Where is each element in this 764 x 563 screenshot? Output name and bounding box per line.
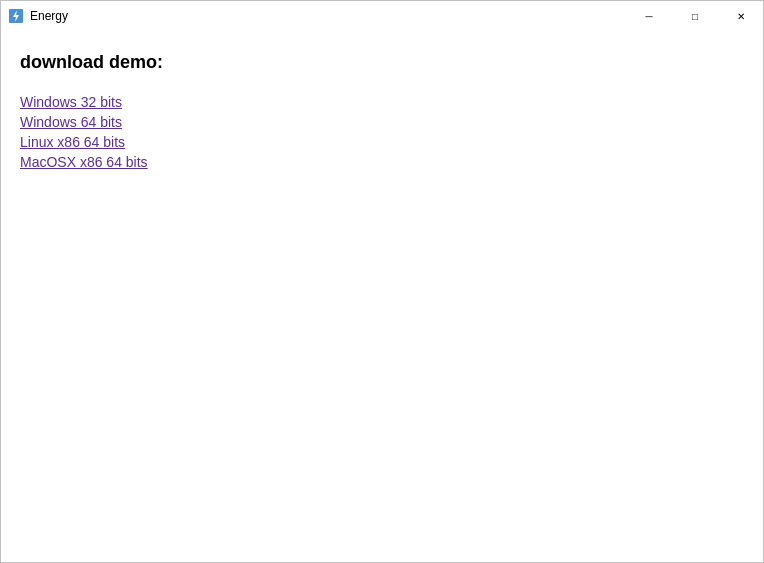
list-item: Windows 32 bits (20, 93, 744, 111)
download-heading: download demo: (20, 52, 744, 73)
list-item: MacOSX x86 64 bits (20, 153, 744, 171)
windows-32-link[interactable]: Windows 32 bits (20, 94, 122, 110)
list-item: Linux x86 64 bits (20, 133, 744, 151)
titlebar-controls: ─ □ ✕ (626, 0, 764, 32)
maximize-button[interactable]: □ (672, 0, 718, 32)
list-item: Windows 64 bits (20, 113, 744, 131)
close-button[interactable]: ✕ (718, 0, 764, 32)
macosx-x86-64-link[interactable]: MacOSX x86 64 bits (20, 154, 148, 170)
titlebar: Energy ─ □ ✕ (0, 0, 764, 32)
minimize-button[interactable]: ─ (626, 0, 672, 32)
download-links-list: Windows 32 bits Windows 64 bits Linux x8… (20, 93, 744, 171)
main-content: download demo: Windows 32 bits Windows 6… (0, 32, 764, 191)
windows-64-link[interactable]: Windows 64 bits (20, 114, 122, 130)
app-icon (8, 8, 24, 24)
titlebar-left: Energy (8, 8, 68, 24)
linux-x86-64-link[interactable]: Linux x86 64 bits (20, 134, 125, 150)
titlebar-title: Energy (30, 9, 68, 23)
